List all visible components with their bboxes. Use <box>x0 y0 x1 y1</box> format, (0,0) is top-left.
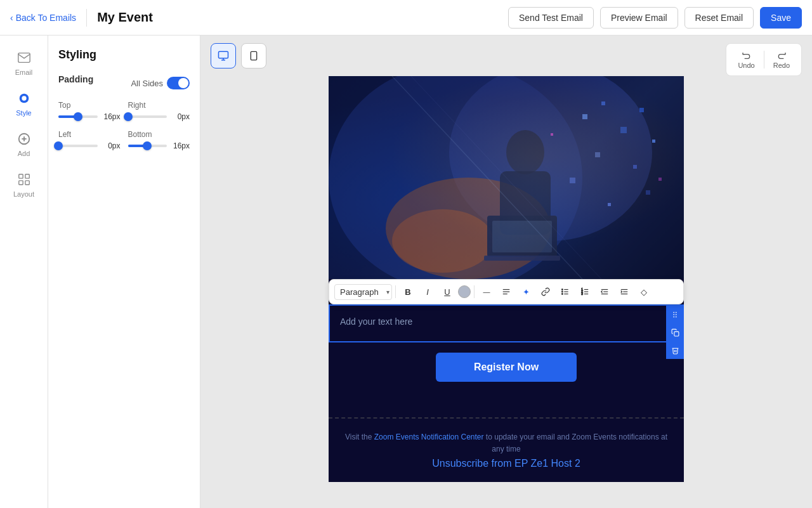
bold-button[interactable]: B <box>399 283 417 301</box>
preview-email-button[interactable]: Preview Email <box>600 7 678 29</box>
clear-format-button[interactable]: ◇ <box>635 283 653 301</box>
svg-point-65 <box>676 316 677 318</box>
email-spacer <box>329 392 684 417</box>
svg-rect-13 <box>251 51 256 60</box>
padding-right-field: Right 0px <box>128 101 190 121</box>
text-color-swatch[interactable] <box>458 285 471 298</box>
editor-toolbar: Paragraph B I U — ✦ <box>329 279 684 304</box>
desktop-icon <box>218 50 229 62</box>
send-test-email-button[interactable]: Send Test Email <box>508 7 594 29</box>
ai-button[interactable]: ✦ <box>517 283 535 301</box>
unordered-list-button[interactable] <box>556 283 574 301</box>
padding-right-thumb[interactable] <box>124 112 133 121</box>
sidebar-icons: Email Style Add <box>0 36 48 508</box>
copy-icon <box>671 329 679 337</box>
padding-left-track[interactable] <box>58 145 98 147</box>
padding-bottom-slider-row: 16px <box>128 141 190 150</box>
svg-rect-10 <box>219 51 228 58</box>
register-now-button[interactable]: Register Now <box>436 353 577 382</box>
svg-rect-24 <box>652 140 655 143</box>
save-button[interactable]: Save <box>760 7 802 29</box>
padding-right-track[interactable] <box>128 115 167 118</box>
indent-increase-button[interactable] <box>615 283 633 301</box>
email-text-content[interactable]: Add your text here <box>340 316 412 327</box>
block-controls <box>666 306 684 359</box>
sidebar-item-add[interactable]: Add <box>0 124 48 165</box>
padding-left-label: Left <box>58 130 121 139</box>
back-to-emails-link[interactable]: ‹ Back To Emails <box>10 13 76 23</box>
canvas-area: Undo Redo <box>200 36 812 508</box>
toolbar-sep-1 <box>395 285 396 298</box>
italic-button[interactable]: I <box>419 283 436 301</box>
all-sides-toggle[interactable] <box>167 77 190 89</box>
padding-bottom-value: 16px <box>171 141 190 150</box>
style-icon <box>17 91 31 107</box>
topbar-divider <box>86 9 87 27</box>
padding-bottom-track[interactable] <box>128 145 167 147</box>
undo-redo-divider <box>764 51 764 68</box>
block-drag-button[interactable] <box>666 306 684 323</box>
email-register-section: Register Now <box>329 342 684 392</box>
ordered-list-button[interactable]: 1 2 3 <box>576 283 594 301</box>
block-copy-button[interactable] <box>666 323 684 341</box>
mobile-view-button[interactable] <box>241 43 266 68</box>
footer-text: Visit the Zoom Events Notification Cente… <box>339 431 674 455</box>
sidebar-item-layout[interactable]: Layout <box>0 165 48 205</box>
device-toolbar <box>200 36 812 76</box>
undo-icon <box>742 50 752 60</box>
sidebar-item-email[interactable]: Email <box>0 43 48 84</box>
padding-right-value: 0px <box>171 112 190 121</box>
main-layout: Email Style Add <box>0 36 812 508</box>
svg-point-62 <box>673 314 674 315</box>
svg-rect-25 <box>595 152 600 157</box>
padding-left-slider-row: 0px <box>58 141 121 150</box>
unsubscribe-link[interactable]: Unsubscribe from EP Ze1 Host 2 <box>432 458 580 469</box>
svg-rect-31 <box>658 178 662 181</box>
paragraph-select-wrapper[interactable]: Paragraph <box>334 284 392 300</box>
sidebar-item-email-label: Email <box>15 68 33 76</box>
padding-left-thumb[interactable] <box>54 141 63 150</box>
layout-icon <box>17 173 31 188</box>
email-icon <box>17 51 31 66</box>
svg-text:3: 3 <box>581 292 583 296</box>
padding-top-thumb[interactable] <box>74 112 82 121</box>
svg-rect-29 <box>608 203 611 206</box>
svg-rect-7 <box>25 174 29 178</box>
svg-point-2 <box>23 94 25 96</box>
strikethrough-button[interactable]: — <box>478 283 495 301</box>
svg-rect-30 <box>551 133 553 136</box>
paragraph-select[interactable]: Paragraph <box>334 284 392 300</box>
padding-right-slider-row: 0px <box>128 112 190 121</box>
redo-button[interactable]: Redo <box>769 48 794 72</box>
email-text-block[interactable]: Add your text here <box>329 304 684 342</box>
sidebar-item-style[interactable]: Style <box>0 84 48 124</box>
redo-label: Redo <box>773 62 790 69</box>
undo-button[interactable]: Undo <box>734 48 758 72</box>
hero-art <box>329 76 684 279</box>
link-icon <box>541 287 550 296</box>
indent-decrease-icon <box>600 287 609 296</box>
indent-increase-icon <box>620 287 629 296</box>
block-delete-button[interactable] <box>666 341 684 359</box>
padding-header: Padding All Sides <box>58 74 190 92</box>
padding-top-track[interactable] <box>58 115 98 118</box>
all-sides-label: All Sides <box>131 79 163 88</box>
desktop-view-button[interactable] <box>211 43 236 68</box>
padding-top-field: Top 16px <box>58 101 121 121</box>
email-footer: Visit the Zoom Events Notification Cente… <box>329 417 684 482</box>
ul-icon <box>561 287 570 296</box>
svg-rect-23 <box>639 108 644 112</box>
padding-bottom-thumb[interactable] <box>143 141 152 150</box>
svg-point-63 <box>676 314 677 315</box>
svg-point-1 <box>22 96 26 100</box>
underline-button[interactable]: U <box>438 283 456 301</box>
svg-rect-35 <box>484 256 560 261</box>
reset-email-button[interactable]: Reset Email <box>684 7 754 29</box>
indent-decrease-button[interactable] <box>596 283 613 301</box>
email-hero-image[interactable] <box>329 76 684 279</box>
footer-notification-link[interactable]: Zoom Events Notification Center <box>374 433 484 441</box>
padding-top-value: 16px <box>102 112 121 121</box>
align-button[interactable] <box>497 283 515 301</box>
link-button[interactable] <box>537 283 554 301</box>
svg-rect-22 <box>620 127 627 133</box>
